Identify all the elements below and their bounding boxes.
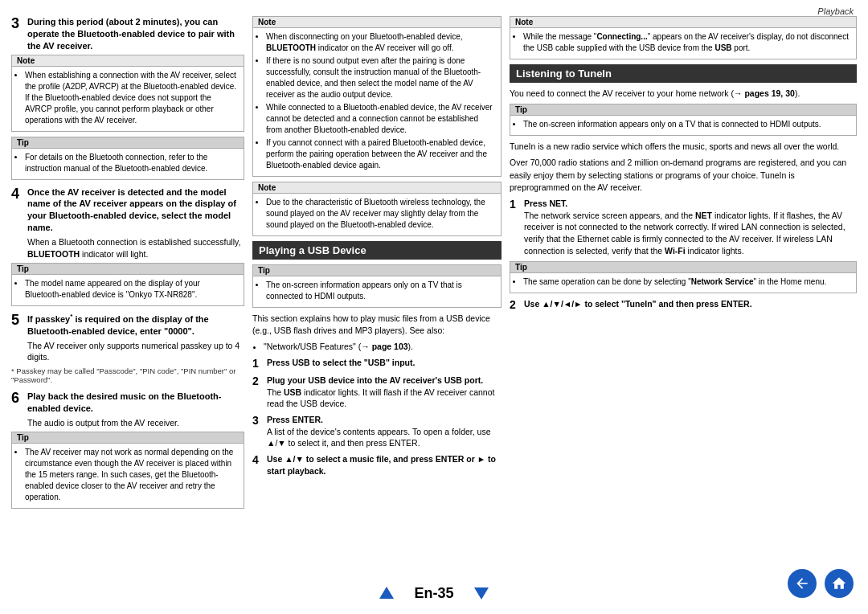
- step-6-tip-content: The AV receiver may not work as normal d…: [12, 444, 244, 508]
- usb-step-1: 1 Press USB to select the "USB" input.: [252, 357, 502, 370]
- mid-note-top-box: Note When disconnecting on your Bluetoot…: [252, 16, 502, 177]
- usb-step-4-number: 4: [252, 453, 264, 467]
- step-4-number: 4: [11, 186, 24, 201]
- step-3-note-content: When establishing a connection with the …: [12, 67, 244, 131]
- step-6-block: 6 Play back the desired music on the Blu…: [11, 391, 244, 509]
- right-note-top-label: Note: [510, 17, 856, 28]
- tunein-body3: Over 70,000 radio stations and 2 million…: [510, 157, 857, 194]
- usb-step-3-content: Press ENTER. A list of the device's cont…: [267, 414, 502, 449]
- usb-body1: This section explains how to play music …: [252, 313, 502, 337]
- step-3-number: 3: [11, 16, 24, 31]
- mid-note-top-content: When disconnecting on your Bluetooth-ena…: [253, 28, 501, 176]
- tunein-tip-box: Tip The on-screen information appears on…: [510, 104, 857, 136]
- back-icon: [794, 575, 810, 591]
- tunein-tip2-box: Tip The same operation can be done by se…: [510, 261, 857, 293]
- tunein-body2: TuneIn is a new radio service which offe…: [510, 141, 857, 153]
- usb-step-2-content: Plug your USB device into the AV receive…: [267, 375, 502, 410]
- usb-step-2: 2 Plug your USB device into the AV recei…: [252, 375, 502, 410]
- step-4-body: When a Bluetooth connection is establish…: [27, 236, 244, 260]
- mid-note-item-2: If there is no sound output even after t…: [266, 55, 496, 100]
- step-6-tip-box: Tip The AV receiver may not work as norm…: [11, 432, 244, 509]
- svg-marker-1: [474, 587, 489, 600]
- step-6-tip-item-1: The AV receiver may not work as normal d…: [25, 447, 239, 503]
- right-note-item-1: While the message "Connecting..." appear…: [523, 31, 851, 54]
- step-4-tip-label: Tip: [12, 264, 244, 275]
- mid-note-top-label: Note: [253, 17, 501, 28]
- mid-note-bottom-content: Due to the characteristic of Bluetooth w…: [253, 194, 501, 235]
- mid-note-bottom-item-1: Due to the characteristic of Bluetooth w…: [266, 197, 496, 231]
- step-3-title: During this period (about 2 minutes), yo…: [27, 16, 244, 52]
- usb-tip-item-1: The on-screen information appears only o…: [266, 280, 496, 302]
- step-6-title: Play back the desired music on the Bluet…: [27, 391, 244, 415]
- usb-step-2-number: 2: [252, 375, 264, 388]
- step-5-body: The AV receiver only supports numerical …: [27, 340, 244, 363]
- usb-step-3-number: 3: [252, 414, 264, 428]
- usb-step-1-number: 1: [252, 357, 264, 370]
- content-area: 3 During this period (about 2 minutes), …: [0, 8, 868, 571]
- step-4-tip-content: The model name appeared on the display o…: [12, 275, 244, 305]
- step-5-passkey-note: * Passkey may be called "Passcode", "PIN…: [11, 366, 244, 384]
- middle-column: Note When disconnecting on your Bluetoot…: [252, 16, 502, 571]
- tunein-step-1: 1 Press NET. The network service screen …: [510, 198, 857, 256]
- step-3-block: 3 During this period (about 2 minutes), …: [11, 16, 244, 180]
- mid-note-bottom-label: Note: [253, 182, 501, 194]
- tunein-tip2-item-1: The same operation can be done by select…: [523, 276, 851, 288]
- usb-tip-box: Tip The on-screen information appears on…: [252, 264, 502, 308]
- usb-step-3: 3 Press ENTER. A list of the device's co…: [252, 414, 502, 449]
- page-section-label: Playback: [817, 6, 854, 16]
- step-3-note-item-1: When establishing a connection with the …: [25, 70, 239, 126]
- left-column: 3 During this period (about 2 minutes), …: [11, 16, 244, 571]
- home-button[interactable]: [825, 569, 854, 598]
- mid-note-bottom-box: Note Due to the characteristic of Blueto…: [252, 182, 502, 236]
- usb-bullet-item: "Network/USB Features" (→ page 103).: [264, 341, 502, 353]
- step-6-number: 6: [11, 391, 24, 405]
- step-3-tip-item-1: For details on the Bluetooth connection,…: [25, 152, 239, 174]
- arrow-up-icon: [378, 584, 395, 602]
- tunein-step-1-content: Press NET. The network service screen ap…: [524, 198, 857, 256]
- tunein-tip-content: The on-screen information appears only o…: [510, 116, 856, 135]
- tunein-body1: You need to connect the AV receiver to y…: [510, 88, 857, 100]
- tunein-tip2-label: Tip: [510, 262, 856, 273]
- step-5-header: 5 If passkey* is required on the display…: [11, 313, 244, 337]
- step-6-body: The audio is output from the AV receiver…: [27, 417, 244, 429]
- usb-tip-content: The on-screen information appears only o…: [253, 276, 501, 307]
- step-3-header: 3 During this period (about 2 minutes), …: [11, 16, 244, 52]
- page-container: Playback 3 During this period (about 2 m…: [0, 0, 868, 614]
- home-icon: [831, 575, 847, 591]
- step-4-tip-box: Tip The model name appeared on the displ…: [11, 263, 244, 306]
- right-column: Note While the message "Connecting..." a…: [510, 16, 857, 571]
- footer-page-number: En-35: [399, 585, 468, 602]
- step-5-number: 5: [11, 313, 24, 327]
- step-5-block: 5 If passkey* is required on the display…: [11, 313, 244, 384]
- mid-note-item-3: While connected to a Bluetooth-enabled d…: [266, 102, 496, 136]
- usb-step-1-content: Press USB to select the "USB" input.: [267, 357, 415, 369]
- step-3-tip-content: For details on the Bluetooth connection,…: [12, 149, 244, 179]
- usb-bullet-list: "Network/USB Features" (→ page 103).: [252, 341, 502, 353]
- step-6-tip-label: Tip: [12, 432, 244, 444]
- back-button[interactable]: [788, 569, 817, 598]
- footer-next-button[interactable]: [469, 580, 494, 606]
- mid-note-item-4: If you cannot connect with a paired Blue…: [266, 137, 496, 171]
- footer-right-icons: [788, 569, 854, 598]
- right-note-top-box: Note While the message "Connecting..." a…: [510, 16, 857, 59]
- tunein-step-2: 2 Use ▲/▼/◄/► to select "TuneIn" and the…: [510, 298, 857, 312]
- usb-tip-label: Tip: [253, 265, 501, 276]
- step-4-header: 4 Once the AV receiver is detected and t…: [11, 186, 244, 234]
- tunein-tip-item-1: The on-screen information appears only o…: [523, 119, 851, 130]
- step-3-tip-label: Tip: [12, 137, 244, 149]
- step-4-block: 4 Once the AV receiver is detected and t…: [11, 186, 244, 307]
- svg-marker-0: [379, 587, 394, 599]
- step-6-header: 6 Play back the desired music on the Blu…: [11, 391, 244, 415]
- step-3-tip-box: Tip For details on the Bluetooth connect…: [11, 137, 244, 180]
- mid-note-item-1: When disconnecting on your Bluetooth-ena…: [266, 31, 496, 54]
- usb-step-4: 4 Use ▲/▼ to select a music file, and pr…: [252, 453, 502, 477]
- tunein-tip2-content: The same operation can be done by select…: [510, 273, 856, 293]
- arrow-down-icon: [473, 584, 490, 602]
- footer-prev-button[interactable]: [374, 580, 399, 606]
- footer: En-35: [0, 580, 868, 606]
- step-3-note-box: Note When establishing a connection with…: [11, 55, 244, 132]
- tunein-step-2-content: Use ▲/▼/◄/► to select "TuneIn" and then …: [524, 298, 752, 310]
- tunein-step-1-number: 1: [510, 198, 521, 211]
- tunein-step-2-number: 2: [510, 298, 521, 312]
- step-5-title: If passkey* is required on the display o…: [27, 313, 244, 337]
